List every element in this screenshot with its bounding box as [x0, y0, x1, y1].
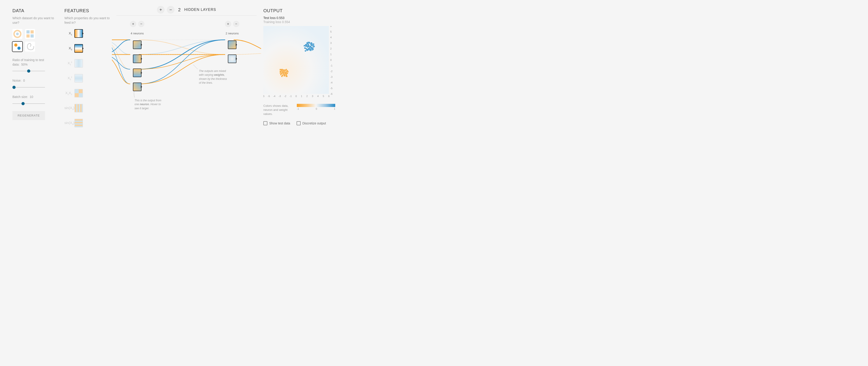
layer1-neuron-2[interactable]: [133, 55, 142, 63]
svg-rect-8: [133, 41, 141, 49]
feature-neuron-x2sq[interactable]: [74, 74, 83, 83]
svg-point-93: [310, 46, 311, 47]
svg-point-99: [307, 44, 309, 45]
feature-x2: X2: [64, 44, 112, 53]
svg-text:-1: -1: [289, 95, 292, 97]
batch-label: Batch size: 10: [12, 95, 58, 99]
feature-x1x2: X1X2: [64, 89, 112, 98]
layer2-neuron-2[interactable]: [228, 55, 237, 63]
svg-point-77: [311, 42, 312, 44]
feature-neuron-sinx1[interactable]: [74, 104, 83, 112]
dataset-xor[interactable]: [25, 29, 35, 39]
feature-label-x2sq: X22: [64, 76, 72, 81]
features-column: FEATURES Which properties do you want to…: [64, 8, 112, 142]
svg-text:-3: -3: [330, 76, 333, 78]
dataset-spiral[interactable]: [25, 41, 35, 52]
network-column: + − 2 HIDDEN LAYERS: [112, 8, 261, 142]
svg-point-98: [312, 45, 314, 46]
feature-label-sinx1: sin(X1): [64, 106, 72, 110]
remove-layer-button[interactable]: −: [167, 6, 175, 13]
hidden-layer-count: 2: [178, 7, 181, 12]
show-test-data-checkbox[interactable]: Show test data: [264, 121, 290, 125]
svg-text:-5: -5: [268, 95, 270, 97]
feature-x1: X1: [64, 29, 112, 38]
svg-text:-4: -4: [273, 95, 275, 97]
svg-point-7: [18, 47, 21, 50]
dataset-grid: [12, 29, 58, 52]
svg-point-158: [281, 69, 282, 70]
features-title: FEATURES: [64, 8, 112, 13]
svg-rect-9: [133, 55, 141, 63]
svg-point-56: [304, 47, 305, 49]
svg-point-164: [285, 69, 286, 71]
dataset-circle[interactable]: [12, 29, 22, 39]
legend-text: Colors shows data, neuron and weight val…: [264, 104, 293, 116]
layer1-neuron-count: 4 neurons: [131, 32, 144, 35]
color-legend: -1 0 1: [297, 104, 335, 110]
data-column: DATA Which dataset do you want to use?: [12, 8, 58, 142]
hidden-layer-controls: + − 2 HIDDEN LAYERS: [157, 6, 216, 13]
layer1-remove-neuron-button[interactable]: −: [138, 21, 145, 27]
output-chart: -6-5-4-3-2-10123456 -6-5-4-3-2-10123456: [264, 26, 336, 98]
ratio-label: Ratio of training to test data: 50%: [12, 58, 58, 67]
regenerate-button[interactable]: REGENERATE: [12, 111, 45, 120]
svg-rect-3: [31, 30, 34, 33]
test-loss: Test loss 0.553: [264, 16, 340, 20]
train-loss: Training loss 0.554: [264, 20, 340, 24]
feature-neuron-x1sq[interactable]: [74, 59, 83, 68]
svg-text:5: 5: [330, 30, 332, 33]
svg-text:2: 2: [330, 47, 332, 50]
svg-point-51: [305, 50, 306, 52]
svg-point-94: [305, 44, 307, 45]
add-layer-button[interactable]: +: [157, 6, 164, 13]
svg-text:-2: -2: [284, 95, 286, 97]
layer1-neuron-1[interactable]: [133, 40, 142, 49]
layer1-neuron-3[interactable]: [133, 68, 142, 77]
svg-point-163: [283, 74, 285, 75]
svg-text:5: 5: [323, 95, 324, 97]
svg-point-92: [306, 49, 308, 50]
batch-slider[interactable]: [12, 103, 45, 104]
svg-point-162: [280, 71, 281, 72]
layer2-neuron-1[interactable]: [228, 40, 237, 49]
discretize-checkbox[interactable]: Discretize output: [297, 121, 326, 125]
layer1-add-neuron-button[interactable]: +: [130, 21, 136, 27]
svg-point-166: [284, 73, 286, 74]
svg-rect-2: [26, 30, 30, 33]
layer2-add-neuron-button[interactable]: +: [225, 21, 231, 27]
svg-point-91: [313, 44, 314, 45]
feature-neuron-x2[interactable]: [74, 44, 83, 53]
svg-point-97: [309, 42, 310, 44]
svg-text:-5: -5: [330, 87, 333, 90]
data-title: DATA: [12, 8, 58, 13]
svg-text:6: 6: [330, 26, 332, 27]
svg-point-1: [16, 33, 19, 35]
ratio-slider[interactable]: [12, 71, 45, 71]
neuron-annotation: This is the output from one neuron. Hove…: [134, 98, 164, 110]
svg-rect-11: [133, 83, 141, 91]
feature-neuron-sinx2[interactable]: [74, 119, 83, 128]
data-subhead: Which dataset do you want to use?: [12, 16, 58, 25]
svg-text:3: 3: [312, 95, 313, 97]
layer2-remove-neuron-button[interactable]: −: [233, 21, 239, 27]
feature-x1sq: X12: [64, 59, 112, 68]
svg-text:-6: -6: [330, 92, 333, 95]
feature-label-x1sq: X12: [64, 61, 72, 65]
svg-point-95: [308, 48, 309, 49]
hidden-layer-2: + − 2 neurons: [225, 21, 239, 64]
feature-label-x1x2: X1X2: [64, 91, 72, 95]
svg-text:1: 1: [301, 95, 302, 97]
svg-point-100: [310, 49, 311, 51]
dataset-gaussian[interactable]: [12, 41, 22, 52]
svg-text:0: 0: [296, 95, 297, 97]
noise-label: Noise: 0: [12, 79, 58, 83]
svg-text:1: 1: [330, 53, 332, 56]
feature-x2sq: X22: [64, 74, 112, 83]
svg-rect-12: [228, 41, 236, 49]
feature-neuron-x1x2[interactable]: [74, 89, 83, 97]
layer1-neuron-4[interactable]: [133, 83, 142, 91]
svg-text:6: 6: [328, 95, 330, 97]
features-subhead: Which properties do you want to feed in?: [64, 16, 112, 25]
feature-neuron-x1[interactable]: [74, 29, 83, 38]
noise-slider[interactable]: [12, 87, 45, 88]
